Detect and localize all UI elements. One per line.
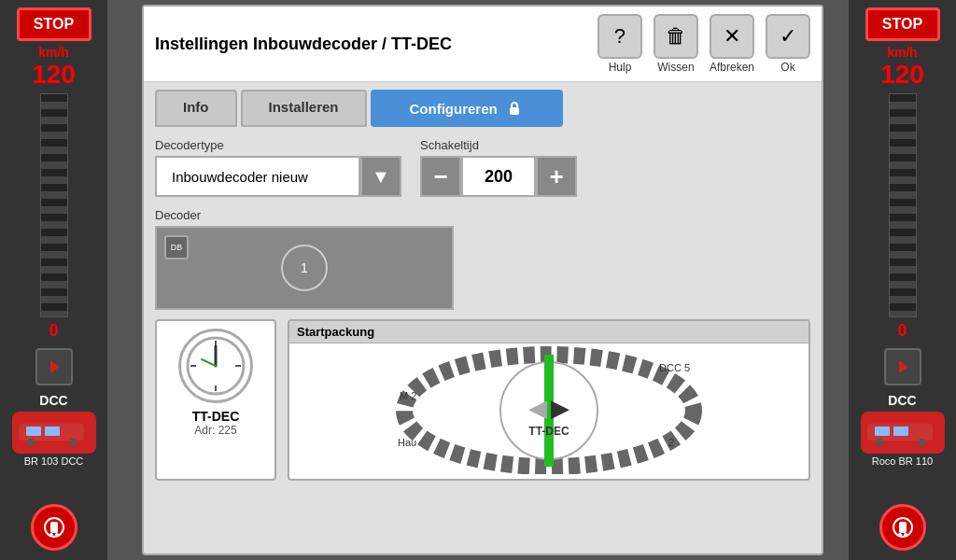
right-mode-label: DCC [888, 393, 916, 408]
tt-dec-clock-icon [183, 333, 248, 399]
schakeltijd-number-input: − 200 + [420, 156, 577, 197]
ok-button[interactable]: ✓ Ok [766, 14, 810, 74]
tab-info[interactable]: Info [155, 90, 237, 127]
svg-text:▶: ▶ [551, 394, 569, 422]
decoder-type-field: Decodertype Inbouwdecoder nieuw ▼ [155, 138, 401, 197]
right-sidebar: STOP km/h 120 0 DCC Roco BR 110 [849, 0, 956, 560]
right-train-icon [861, 412, 945, 454]
left-zero-indicator: 0 [49, 321, 58, 341]
left-direction-button[interactable] [35, 348, 73, 385]
tab-configureren[interactable]: Configureren [371, 90, 563, 127]
left-speed-value: 120 [32, 60, 76, 90]
left-speed-track [40, 93, 68, 317]
lock-icon [505, 99, 524, 118]
left-train-icon [12, 412, 96, 454]
right-stop-button[interactable]: STOP [865, 7, 940, 41]
dialog-header: Instellingen Inbouwdecoder / TT-DEC ? Hu… [144, 7, 822, 82]
left-mode-label: DCC [39, 393, 67, 408]
help-button[interactable]: ? Hulp [598, 14, 642, 74]
svg-point-8 [49, 533, 53, 537]
svg-text:2: 2 [668, 437, 674, 448]
bottom-section: TT-DEC Adr: 225 Startpackung [155, 319, 810, 481]
right-train-button[interactable] [879, 504, 926, 551]
startpackung-box: Startpackung ◀ ▶ TT-DEC [288, 319, 810, 481]
startpackung-layout: ◀ ▶ TT-DEC M 2 DCC 5 Hau 2 [289, 343, 808, 479]
svg-point-18 [898, 533, 902, 537]
ok-label: Ok [780, 61, 794, 74]
tab-bar: Info Installeren Configureren [144, 82, 822, 127]
settings-dialog: Instellingen Inbouwdecoder / TT-DEC ? Hu… [142, 5, 823, 555]
tt-dec-box: TT-DEC Adr: 225 [155, 319, 276, 481]
svg-text:DCC 5: DCC 5 [659, 362, 690, 373]
svg-marker-0 [50, 360, 60, 373]
svg-rect-17 [899, 522, 907, 533]
left-train-label: BR 103 DCC [24, 455, 84, 467]
delete-button[interactable]: 🗑 Wissen [654, 14, 698, 74]
schakeltijd-value: 200 [461, 156, 536, 197]
svg-line-27 [202, 359, 216, 366]
svg-point-5 [69, 439, 77, 446]
svg-rect-12 [875, 427, 890, 436]
right-speed-track [889, 93, 917, 317]
close-icon: ✕ [710, 14, 754, 59]
schakeltijd-decrease-button[interactable]: − [420, 156, 461, 197]
decoder-chip-icon: DB [164, 235, 189, 259]
decoder-type-value: Inbouwdecoder nieuw [155, 156, 360, 197]
schakeltijd-field: Schakeltijd − 200 + [420, 138, 577, 197]
tt-dec-name-label: TT-DEC [192, 409, 240, 424]
help-icon: ? [598, 14, 642, 59]
decoder-circle: 1 [281, 245, 328, 291]
svg-text:M 2: M 2 [400, 390, 416, 401]
dialog-content: Decodertype Inbouwdecoder nieuw ▼ Schake… [144, 127, 822, 553]
decoder-type-label: Decodertype [155, 138, 401, 152]
svg-point-19 [904, 533, 907, 537]
startpackung-track-svg: ◀ ▶ TT-DEC M 2 DCC 5 Hau 2 [289, 343, 808, 474]
right-speed-value: 120 [880, 60, 924, 90]
left-train-button[interactable] [31, 504, 77, 551]
decoder-section: Decoder DB 1 [155, 208, 810, 310]
dropdown-arrow-icon[interactable]: ▼ [360, 156, 401, 197]
svg-point-14 [876, 439, 883, 446]
svg-point-15 [918, 439, 925, 446]
cancel-label: Afbreken [710, 61, 754, 74]
right-direction-button[interactable] [884, 348, 921, 385]
decoder-section-label: Decoder [155, 208, 810, 222]
svg-point-9 [55, 533, 59, 537]
svg-rect-7 [50, 522, 58, 533]
trash-icon: 🗑 [654, 14, 698, 59]
decoder-canvas: DB 1 [155, 226, 454, 310]
right-train-label: Roco BR 110 [872, 455, 933, 467]
svg-text:Hau: Hau [398, 437, 416, 448]
right-zero-indicator: 0 [897, 321, 907, 341]
cancel-button[interactable]: ✕ Afbreken [710, 14, 754, 74]
help-label: Hulp [609, 61, 632, 74]
svg-marker-10 [899, 360, 908, 373]
svg-rect-20 [510, 107, 519, 115]
right-speed-label: km/h [887, 45, 918, 60]
left-speed-label: km/h [38, 45, 69, 60]
tab-installeren[interactable]: Installeren [241, 90, 367, 127]
svg-rect-3 [45, 427, 60, 436]
svg-rect-2 [26, 427, 41, 436]
left-stop-button[interactable]: STOP [17, 7, 91, 41]
tt-dec-address: Adr: 225 [194, 424, 236, 437]
schakeltijd-label: Schakeltijd [420, 138, 577, 152]
svg-point-4 [27, 439, 35, 446]
decoder-type-dropdown[interactable]: Inbouwdecoder nieuw ▼ [155, 156, 401, 197]
startpackung-label: Startpackung [289, 321, 808, 343]
fields-row: Decodertype Inbouwdecoder nieuw ▼ Schake… [155, 138, 810, 197]
delete-label: Wissen [657, 61, 694, 74]
check-icon: ✓ [766, 14, 810, 59]
left-sidebar: STOP km/h 120 0 DCC BR 103 DCC [0, 0, 107, 560]
svg-text:TT-DEC: TT-DEC [528, 425, 569, 438]
svg-rect-13 [893, 427, 908, 436]
schakeltijd-increase-button[interactable]: + [536, 156, 577, 197]
svg-text:◀: ◀ [528, 394, 547, 422]
dialog-title: Instellingen Inbouwdecoder / TT-DEC [155, 35, 586, 54]
tt-dec-dial [178, 329, 253, 403]
